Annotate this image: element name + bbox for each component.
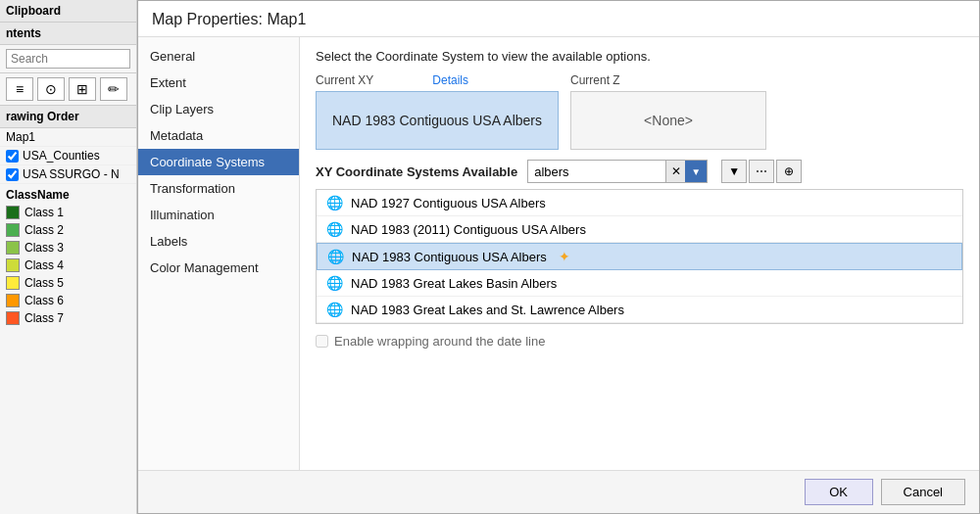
list-item-nad1983-st-lawrence[interactable]: 🌐 NAD 1983 Great Lakes and St. Lawrence … xyxy=(317,297,962,323)
globe-icon-nad1983: 🌐 xyxy=(327,249,344,264)
class-2-label: Class 2 xyxy=(24,223,64,237)
enable-wrap-checkbox[interactable] xyxy=(316,335,328,348)
list-item-nad1983-2011-label: NAD 1983 (2011) Contiguous USA Albers xyxy=(351,222,586,237)
class-7-color xyxy=(6,311,20,325)
class-3-label: Class 3 xyxy=(24,241,64,255)
list-item-nad1983-label: NAD 1983 Contiguous USA Albers xyxy=(352,250,547,264)
coord-system-list: 🌐 NAD 1927 Contiguous USA Albers 🌐 NAD 1… xyxy=(316,189,963,324)
list-item-nad1983-st-lawrence-label: NAD 1983 Great Lakes and St. Lawrence Al… xyxy=(351,303,624,317)
class-row-7: Class 7 xyxy=(6,309,130,327)
class-3-color xyxy=(6,241,20,255)
search-dropdown-button[interactable]: ▼ xyxy=(685,161,707,182)
class-5-color xyxy=(6,276,20,290)
dialog-nav: General Extent Clip Layers Metadata Coor… xyxy=(138,37,300,470)
layer-icon-btn[interactable]: ≡ xyxy=(6,77,33,101)
filter-icon-btn[interactable]: ⊞ xyxy=(69,77,96,101)
class-row-2: Class 2 xyxy=(6,221,130,239)
class-7-label: Class 7 xyxy=(24,311,64,325)
layer-usa-ssurgo-checkbox[interactable] xyxy=(6,168,19,181)
class-name-label: ClassName xyxy=(6,188,130,202)
class-row-5: Class 5 xyxy=(6,274,130,292)
search-input[interactable] xyxy=(6,49,130,69)
class-row-4: Class 4 xyxy=(6,257,130,274)
class-6-label: Class 6 xyxy=(24,294,64,307)
star-icon: ✦ xyxy=(559,249,570,264)
coord-panels: Current XY Details NAD 1983 Contiguous U… xyxy=(316,73,963,150)
filter-extra-button[interactable]: ⊕ xyxy=(776,160,802,183)
class-2-color xyxy=(6,223,20,237)
dialog-content-area: Select the Coordinate System to view the… xyxy=(300,37,979,470)
class-1-color xyxy=(6,206,20,219)
filter-settings-button[interactable]: ⋯ xyxy=(749,160,774,183)
nav-extent[interactable]: Extent xyxy=(138,70,299,96)
xy-available-header: XY Coordinate Systems Available ✕ ▼ ▼ ⋯ … xyxy=(316,160,963,183)
nav-color-management[interactable]: Color Management xyxy=(138,255,299,281)
nav-coordinate-systems[interactable]: Coordinate Systems xyxy=(138,149,299,175)
class-row-1: Class 1 xyxy=(6,204,130,221)
cancel-button[interactable]: Cancel xyxy=(881,479,965,505)
toolbar-icons: ≡ ⊙ ⊞ ✏ xyxy=(0,73,136,106)
class-4-label: Class 4 xyxy=(24,258,64,272)
current-z-panel: Current Z <None> xyxy=(570,73,766,150)
dialog-footer: OK Cancel xyxy=(138,470,979,513)
layer-usa-counties-checkbox[interactable] xyxy=(6,150,19,163)
class-section: ClassName Class 1 Class 2 Class 3 Class … xyxy=(0,184,136,329)
globe-icon-nad1983-great-lakes: 🌐 xyxy=(326,275,343,291)
globe-icon-nad1983-st-lawrence: 🌐 xyxy=(326,302,343,317)
globe-icon-nad1927: 🌐 xyxy=(326,195,343,210)
details-link[interactable]: Details xyxy=(432,73,468,87)
class-5-label: Class 5 xyxy=(24,276,64,290)
list-item-nad1983-great-lakes[interactable]: 🌐 NAD 1983 Great Lakes Basin Albers xyxy=(317,270,962,297)
list-item-nad1983-great-lakes-label: NAD 1983 Great Lakes Basin Albers xyxy=(351,276,557,291)
nav-illumination[interactable]: Illumination xyxy=(138,202,299,228)
drawing-order-label: rawing Order xyxy=(0,106,136,128)
dialog-body: General Extent Clip Layers Metadata Coor… xyxy=(138,37,979,470)
class-row-6: Class 6 xyxy=(6,292,130,309)
current-xy-box: NAD 1983 Contiguous USA Albers xyxy=(316,91,559,150)
nav-labels[interactable]: Labels xyxy=(138,228,299,255)
list-item-nad1927-label: NAD 1927 Contiguous USA Albers xyxy=(351,196,546,210)
enable-wrap-row: Enable wrapping around the date line xyxy=(316,334,963,349)
ok-button[interactable]: OK xyxy=(805,479,873,505)
current-z-box: <None> xyxy=(570,91,766,150)
globe-icon-nad1983-2011: 🌐 xyxy=(326,221,343,237)
content-description: Select the Coordinate System to view the… xyxy=(316,49,963,64)
edit-icon-btn[interactable]: ✏ xyxy=(100,77,127,101)
nav-metadata[interactable]: Metadata xyxy=(138,122,299,149)
filter-icon-button[interactable]: ▼ xyxy=(721,160,747,183)
cylinder-icon-btn[interactable]: ⊙ xyxy=(37,77,65,101)
search-clear-button[interactable]: ✕ xyxy=(665,161,685,182)
search-container xyxy=(0,45,136,73)
xy-search-container: ✕ ▼ xyxy=(527,160,708,183)
xy-available-section: XY Coordinate Systems Available ✕ ▼ ▼ ⋯ … xyxy=(316,160,963,349)
layer-map1[interactable]: Map1 xyxy=(0,128,136,147)
class-1-label: Class 1 xyxy=(24,206,64,219)
xy-search-input[interactable] xyxy=(528,162,665,182)
nav-general[interactable]: General xyxy=(138,43,299,70)
layer-usa-counties[interactable]: USA_Counties xyxy=(0,147,136,165)
class-6-color xyxy=(6,294,20,307)
enable-wrap-label: Enable wrapping around the date line xyxy=(334,334,545,349)
current-z-header: Current Z xyxy=(570,73,766,87)
layer-usa-ssurgo[interactable]: USA SSURGO - N xyxy=(0,165,136,184)
list-item-nad1983[interactable]: 🌐 NAD 1983 Contiguous USA Albers ✦ xyxy=(317,243,962,270)
nav-transformation[interactable]: Transformation xyxy=(138,175,299,202)
list-item-nad1983-2011[interactable]: 🌐 NAD 1983 (2011) Contiguous USA Albers xyxy=(317,216,962,243)
map-properties-dialog: Map Properties: Map1 General Extent Clip… xyxy=(137,0,980,514)
current-xy-header: Current XY Details xyxy=(316,73,559,87)
current-z-label: Current Z xyxy=(570,73,620,87)
class-row-3: Class 3 xyxy=(6,239,130,257)
contents-header: ntents xyxy=(0,23,136,45)
list-item-nad1927[interactable]: 🌐 NAD 1927 Contiguous USA Albers xyxy=(317,190,962,216)
current-xy-panel: Current XY Details NAD 1983 Contiguous U… xyxy=(316,73,559,150)
xy-available-label: XY Coordinate Systems Available xyxy=(316,164,517,179)
class-4-color xyxy=(6,258,20,272)
nav-clip-layers[interactable]: Clip Layers xyxy=(138,96,299,122)
sidebar: Clipboard ntents ≡ ⊙ ⊞ ✏ rawing Order Ma… xyxy=(0,0,137,514)
current-xy-label: Current XY xyxy=(316,73,373,87)
filter-buttons: ▼ ⋯ ⊕ xyxy=(721,160,802,183)
dialog-title: Map Properties: Map1 xyxy=(138,1,979,37)
clipboard-header: Clipboard xyxy=(0,0,136,23)
